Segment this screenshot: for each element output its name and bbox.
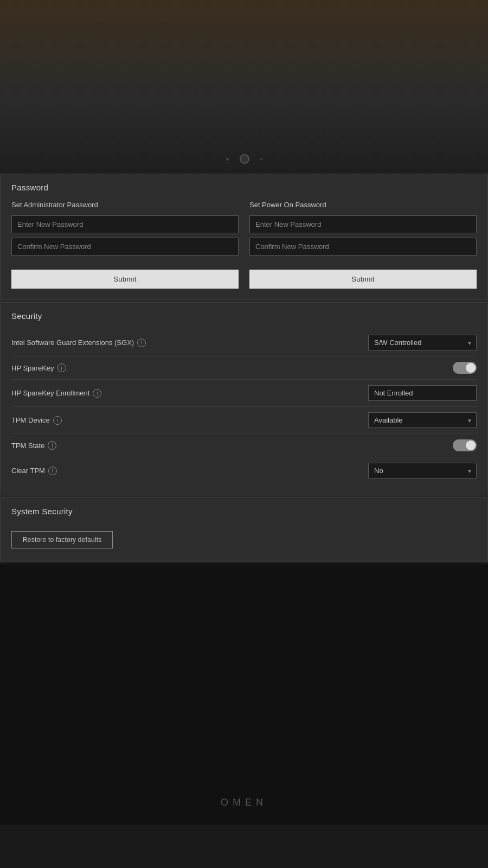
- tpm-device-info-icon[interactable]: i: [53, 416, 62, 425]
- password-section: Password Set Administrator Password Subm…: [0, 174, 488, 300]
- poweron-confirm-password-input[interactable]: [249, 238, 477, 256]
- bottom-area: OMEN: [0, 564, 488, 825]
- restore-factory-defaults-button[interactable]: Restore to factory defaults: [11, 531, 113, 548]
- tpm-state-toggle[interactable]: [453, 439, 477, 451]
- sparekey-toggle-knob: [466, 363, 476, 373]
- sgx-row: Intel Software Guard Extensions (SGX) i …: [11, 329, 477, 356]
- tpm-device-label: TPM Device i: [11, 416, 62, 425]
- sparekey-enrollment-label-text: HP SpareKey Enrollment: [11, 389, 89, 397]
- tpm-device-row: TPM Device i Available Hidden: [11, 407, 477, 434]
- screen-content: Password Set Administrator Password Subm…: [0, 174, 488, 562]
- poweron-password-column: Set Power On Password Submit: [249, 201, 477, 289]
- admin-confirm-password-input[interactable]: [11, 238, 239, 256]
- admin-password-column: Set Administrator Password Submit: [11, 201, 239, 289]
- sparekey-enrollment-value: Not Enrolled: [368, 385, 477, 401]
- poweron-new-password-input[interactable]: [249, 215, 477, 233]
- sparekey-info-icon[interactable]: i: [57, 363, 66, 372]
- sparekey-toggle-wrapper: [368, 362, 477, 374]
- clear-tpm-row: Clear TPM i No Yes: [11, 457, 477, 484]
- sgx-select[interactable]: S/W Controlled Enabled Disabled: [368, 335, 477, 350]
- sgx-label-text: Intel Software Guard Extensions (SGX): [11, 339, 134, 347]
- password-section-title: Password: [11, 183, 477, 192]
- sparekey-enrollment-label: HP SpareKey Enrollment i: [11, 389, 101, 398]
- tpm-device-select[interactable]: Available Hidden: [368, 412, 477, 428]
- brand-label: OMEN: [221, 797, 267, 808]
- sparekey-label: HP SpareKey i: [11, 363, 66, 372]
- clear-tpm-select[interactable]: No Yes: [368, 463, 477, 478]
- tpm-state-info-icon[interactable]: i: [48, 441, 56, 450]
- webcam-dot-left: [226, 158, 229, 161]
- sparekey-enrollment-info-icon[interactable]: i: [93, 389, 101, 398]
- clear-tpm-info-icon[interactable]: i: [48, 467, 57, 475]
- admin-password-title: Set Administrator Password: [11, 201, 239, 209]
- clear-tpm-label: Clear TPM i: [11, 467, 57, 475]
- password-grid: Set Administrator Password Submit Set Po…: [11, 201, 477, 289]
- webcam: [240, 154, 249, 164]
- sgx-label: Intel Software Guard Extensions (SGX) i: [11, 339, 146, 347]
- system-security-section: System Security Restore to factory defau…: [0, 497, 488, 562]
- sgx-control: S/W Controlled Enabled Disabled: [368, 335, 477, 350]
- webcam-area: [226, 154, 262, 164]
- sparekey-row: HP SpareKey i: [11, 356, 477, 380]
- tpm-device-label-text: TPM Device: [11, 416, 50, 424]
- admin-new-password-input[interactable]: [11, 215, 239, 233]
- webcam-dot-right: [260, 158, 262, 160]
- tpm-state-toggle-knob: [466, 441, 476, 450]
- tpm-state-row: TPM State i: [11, 434, 477, 457]
- clear-tpm-label-text: Clear TPM: [11, 467, 45, 475]
- poweron-submit-button[interactable]: Submit: [249, 270, 477, 289]
- poweron-password-title: Set Power On Password: [249, 201, 477, 209]
- tpm-device-select-wrapper: Available Hidden: [368, 412, 477, 428]
- tpm-state-label: TPM State i: [11, 441, 56, 450]
- clear-tpm-select-wrapper: No Yes: [368, 463, 477, 478]
- sparekey-enrollment-control: Not Enrolled: [368, 385, 477, 401]
- system-security-title: System Security: [11, 507, 477, 516]
- tpm-state-label-text: TPM State: [11, 442, 44, 450]
- top-bezel: [0, 0, 488, 174]
- sparekey-enrollment-row: HP SpareKey Enrollment i Not Enrolled: [11, 380, 477, 407]
- sgx-select-wrapper: S/W Controlled Enabled Disabled: [368, 335, 477, 350]
- sparekey-toggle[interactable]: [453, 362, 477, 374]
- tpm-state-toggle-wrapper: [368, 439, 477, 451]
- admin-submit-button[interactable]: Submit: [11, 270, 239, 289]
- security-section-title: Security: [11, 311, 477, 321]
- sgx-info-icon[interactable]: i: [137, 339, 146, 347]
- clear-tpm-control: No Yes: [368, 463, 477, 478]
- sparekey-label-text: HP SpareKey: [11, 364, 54, 372]
- security-section: Security Intel Software Guard Extensions…: [0, 302, 488, 495]
- tpm-device-control: Available Hidden: [368, 412, 477, 428]
